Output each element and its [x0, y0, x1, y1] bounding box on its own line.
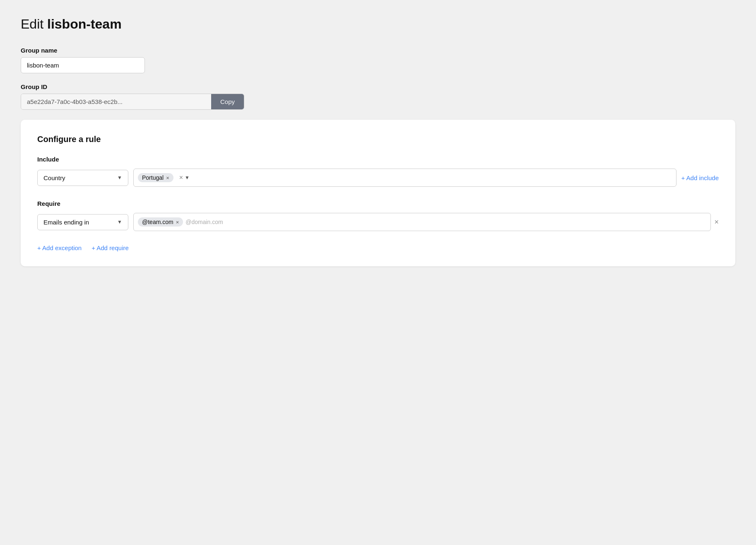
tag-team-com-label: @team.com [142, 219, 173, 225]
require-dropdown[interactable]: Emails ending in ▼ [37, 214, 128, 230]
include-tags-clear: × ▼ [179, 174, 190, 181]
require-dropdown-arrow-icon: ▼ [117, 219, 122, 225]
tag-portugal-label: Portugal [142, 174, 164, 181]
require-dropdown-value: Emails ending in [43, 219, 89, 226]
group-name-label: Group name [21, 47, 735, 54]
include-tags-wrapper: Portugal × × ▼ [133, 169, 677, 187]
copy-button[interactable]: Copy [211, 94, 244, 109]
group-name-section: Group name [21, 47, 735, 73]
require-input-placeholder[interactable]: @domain.com [185, 219, 223, 225]
group-id-section: Group ID a5e22da7-7a0c-4b03-a538-ec2b...… [21, 83, 735, 110]
require-tags-wrapper: @team.com × @domain.com × [133, 213, 719, 231]
include-tags-dropdown-icon[interactable]: ▼ [185, 175, 190, 181]
include-dropdown-arrow-icon: ▼ [117, 175, 122, 181]
include-dropdown[interactable]: Country ▼ [37, 170, 128, 186]
include-label: Include [37, 156, 719, 163]
include-dropdown-value: Country [43, 174, 65, 181]
include-section: Include Country ▼ Portugal × × ▼ + [37, 156, 719, 187]
group-id-value: a5e22da7-7a0c-4b03-a538-ec2b... [21, 94, 211, 109]
group-id-row: a5e22da7-7a0c-4b03-a538-ec2b... Copy [21, 94, 244, 110]
include-clear-x-icon[interactable]: × [179, 174, 183, 181]
page-title: Edit lisbon-team [21, 17, 735, 32]
add-links-row: + Add exception + Add require [37, 244, 719, 251]
require-row-clear-icon[interactable]: × [714, 218, 719, 226]
add-include-link[interactable]: + Add include [681, 174, 719, 181]
tag-portugal: Portugal × [138, 173, 173, 182]
tag-team-com: @team.com × [138, 217, 183, 227]
include-tags-box[interactable]: Portugal × × ▼ [133, 169, 677, 187]
require-tags-input[interactable]: @team.com × @domain.com [133, 213, 711, 231]
rule-card-title: Configure a rule [37, 135, 719, 144]
rule-card: Configure a rule Include Country ▼ Portu… [21, 120, 735, 266]
add-require-link[interactable]: + Add require [91, 244, 129, 251]
group-name-input[interactable] [21, 57, 145, 73]
add-exception-link[interactable]: + Add exception [37, 244, 82, 251]
require-section: Require Emails ending in ▼ @team.com × @… [37, 200, 719, 231]
require-label: Require [37, 200, 719, 207]
group-id-label: Group ID [21, 83, 735, 90]
tag-portugal-remove-icon[interactable]: × [166, 175, 169, 181]
include-row: Country ▼ Portugal × × ▼ + Add include [37, 169, 719, 187]
tag-team-com-remove-icon[interactable]: × [176, 219, 179, 225]
require-row: Emails ending in ▼ @team.com × @domain.c… [37, 213, 719, 231]
